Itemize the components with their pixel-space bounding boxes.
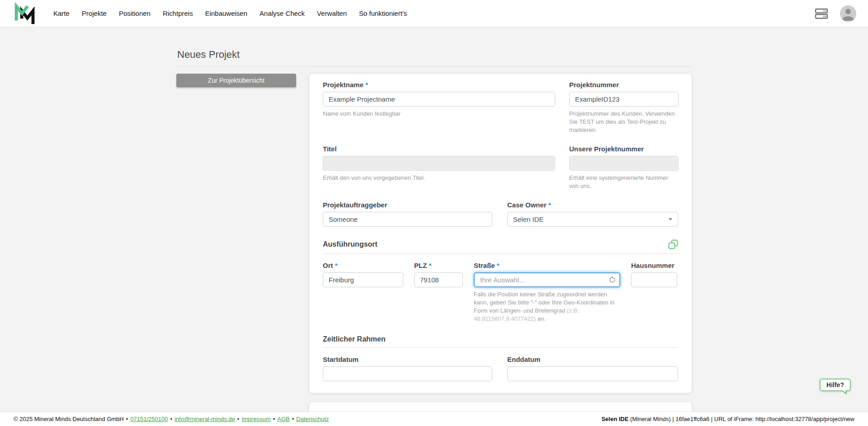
case-owner-select[interactable]: Selen IDE — [507, 212, 678, 227]
ort-input[interactable] — [323, 272, 403, 287]
server-rack-icon[interactable] — [815, 8, 828, 19]
nav-item-projekte[interactable]: Projekte — [82, 9, 107, 17]
strasse-input[interactable] — [474, 272, 620, 287]
required-asterisk: * — [497, 262, 500, 269]
nav-item-richtpreis[interactable]: Richtpreis — [163, 9, 193, 17]
nav-item-karte[interactable]: Karte — [53, 9, 70, 17]
plz-input[interactable] — [414, 272, 463, 287]
nav-item-analyse-check[interactable]: Analyse Check — [259, 9, 305, 17]
hausnummer-label: Hausnummer — [631, 262, 677, 269]
case-owner-label: Case Owner * — [507, 201, 678, 209]
case-owner-selected-value: Selen IDE — [513, 215, 544, 223]
projektname-helper: Name vom Kunden festlegbar — [323, 110, 555, 118]
footer-left: © 2025 Mineral Minds Deutschland GmbH•07… — [14, 416, 329, 422]
main-nav: Karte Projekte Positionen Richtpreis Ein… — [53, 9, 407, 17]
section-title-zeitlicher-rahmen: Zeitlicher Rahmen — [323, 335, 386, 343]
mineral-minds-logo[interactable] — [12, 3, 38, 24]
footer-bar: © 2025 Mineral Minds Deutschland GmbH•07… — [0, 412, 868, 426]
projektname-label: Projektname * — [323, 81, 555, 89]
help-button[interactable]: Hilfe? — [820, 379, 851, 391]
footer-right: Selen IDE (Mineral Minds) | 16fae1ffc6a6… — [601, 416, 854, 422]
projektname-input[interactable] — [323, 92, 555, 107]
projektnummer-helper: Projektnummer des Kunden. Verwenden Sie … — [569, 110, 679, 134]
titel-input — [323, 156, 555, 171]
footer-link-email[interactable]: info@mineral-minds.de — [175, 416, 235, 422]
unsere-projektnummer-input — [569, 156, 679, 171]
nav-item-so-funktionierts[interactable]: So funktioniert's — [359, 9, 407, 17]
project-form-card: Projektname * Name vom Kunden festlegbar… — [309, 74, 692, 393]
footer-link-datenschutz[interactable]: Datenschutz — [296, 416, 329, 422]
footer-link-agb[interactable]: AGB — [277, 416, 289, 422]
enddatum-label: Enddatum — [507, 356, 678, 363]
required-asterisk: * — [365, 81, 368, 89]
footer-session-info: (Mineral Minds) | 16fae1ffc6a6 | URL of … — [628, 416, 854, 422]
page-title: Neues Projekt — [177, 49, 692, 61]
user-avatar-icon[interactable] — [840, 5, 856, 22]
section-title-ausfuehrungsort: Ausführungsort — [323, 240, 377, 248]
nav-item-verwalten[interactable]: Verwalten — [317, 9, 347, 17]
back-to-project-overview-button[interactable]: Zur Projektübersicht — [176, 74, 296, 87]
footer-link-impressum[interactable]: Impressum — [241, 416, 270, 422]
nav-item-einbauweisen[interactable]: Einbauweisen — [205, 9, 247, 17]
titel-label: Titel — [323, 145, 555, 153]
copyright-text: © 2025 Mineral Minds Deutschland GmbH — [14, 416, 124, 422]
footer-user-name: Selen IDE — [601, 416, 628, 422]
unsere-projektnummer-helper: Erhält eine systemgenerierte Nummer von … — [569, 174, 679, 190]
main-content: Neues Projekt Zur Projektübersicht Proje… — [0, 27, 868, 426]
required-asterisk: * — [335, 262, 338, 269]
loading-spinner-icon — [609, 277, 615, 283]
enddatum-input[interactable] — [507, 366, 678, 381]
projektnummer-label: Projektnummer — [569, 81, 679, 89]
ort-label: Ort * — [323, 262, 403, 269]
projektauftraggeber-input[interactable] — [323, 212, 492, 227]
strasse-helper: Falls die Position keiner Straße zugeord… — [474, 290, 620, 323]
unsere-projektnummer-label: Unsere Projektnummer — [569, 145, 679, 153]
startdatum-input[interactable] — [323, 366, 492, 381]
top-navigation-bar: Karte Projekte Positionen Richtpreis Ein… — [0, 0, 868, 27]
projektauftraggeber-label: Projektauftraggeber — [323, 201, 492, 209]
startdatum-label: Startdatum — [323, 356, 492, 363]
projektnummer-input[interactable] — [569, 92, 679, 107]
strasse-label: Straße * — [474, 262, 620, 269]
titel-helper: Erhält den von uns vorgegebenen Titel. — [323, 174, 555, 182]
title-divider — [176, 66, 692, 67]
chevron-down-icon — [669, 218, 672, 220]
required-asterisk: * — [429, 262, 432, 269]
nav-item-positionen[interactable]: Positionen — [119, 9, 151, 17]
hausnummer-input[interactable] — [631, 272, 677, 287]
required-asterisk: * — [548, 201, 551, 209]
plz-label: PLZ * — [414, 262, 463, 269]
footer-link-phone[interactable]: 07151/250100 — [130, 416, 168, 422]
copy-location-icon[interactable] — [668, 239, 678, 249]
